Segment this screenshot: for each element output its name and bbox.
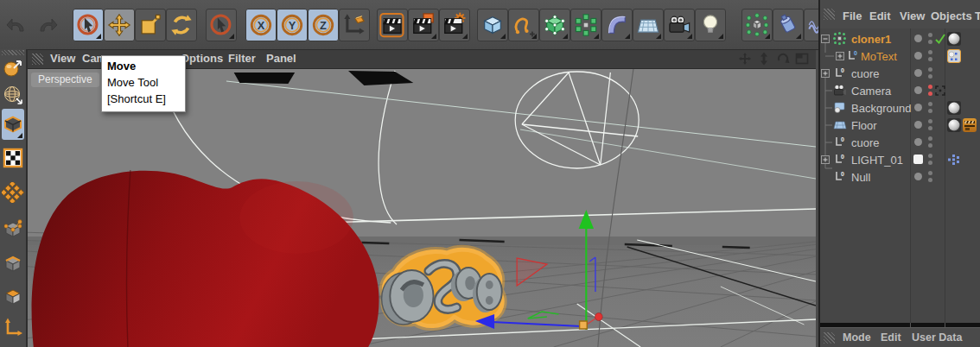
- red-heart-object[interactable]: [32, 170, 379, 347]
- object-label[interactable]: cuore: [851, 136, 880, 149]
- make-editable-button[interactable]: [2, 56, 24, 82]
- add-light-button[interactable]: [695, 9, 726, 41]
- pan-view-icon[interactable]: [738, 52, 752, 66]
- points-mode-button[interactable]: [2, 216, 24, 242]
- live-selection-button[interactable]: [73, 9, 104, 41]
- om-menu-file[interactable]: File: [843, 9, 862, 22]
- material-tag[interactable]: [947, 118, 961, 132]
- visibility-dot-top[interactable]: [928, 136, 932, 141]
- add-cube-button[interactable]: [477, 9, 508, 41]
- orbit-view-icon[interactable]: [776, 52, 790, 66]
- material-tag[interactable]: [947, 101, 961, 115]
- emitter-button[interactable]: [773, 9, 804, 41]
- viewport[interactable]: View Cameras Options Filter Panel Perspe…: [28, 49, 816, 347]
- gizmo-origin[interactable]: [580, 321, 588, 329]
- object-row-cuore2[interactable]: 0 cuore: [820, 134, 980, 151]
- om-menu-objects[interactable]: Objects: [931, 9, 972, 22]
- add-generator-button[interactable]: [539, 9, 570, 41]
- projection-label[interactable]: Perspective: [31, 73, 99, 87]
- texture-mode-button[interactable]: [2, 145, 24, 171]
- object-label[interactable]: Floor: [851, 119, 877, 132]
- edges-mode-button[interactable]: [2, 250, 24, 276]
- coordinate-globe-button[interactable]: [2, 81, 24, 107]
- object-row-light01[interactable]: 0 LIGHT_01: [820, 151, 980, 168]
- enabled-checkmark-icon[interactable]: [935, 34, 945, 44]
- object-label[interactable]: Camera: [851, 85, 891, 98]
- visibility-dot-top[interactable]: [928, 119, 932, 123]
- object-manager-grip[interactable]: [824, 9, 835, 20]
- add-spline-button[interactable]: [508, 9, 539, 41]
- redo-button[interactable]: [33, 10, 60, 40]
- coordinate-system-button[interactable]: [339, 9, 370, 41]
- scale-tool-button[interactable]: [135, 9, 166, 41]
- editor-visibility-dot[interactable]: [914, 121, 922, 129]
- visibility-dot-top[interactable]: [928, 85, 932, 89]
- workplane-mode-button[interactable]: [2, 180, 24, 205]
- visibility-dot-top[interactable]: [928, 154, 932, 158]
- sidebar-grip[interactable]: [2, 50, 24, 55]
- object-row-cuore[interactable]: 0 cuore: [820, 65, 980, 82]
- visibility-dot-bottom[interactable]: [928, 57, 932, 61]
- editor-visibility-dot[interactable]: [914, 173, 922, 180]
- visibility-dot-bottom[interactable]: [928, 178, 932, 182]
- am-menu-mode[interactable]: Mode: [843, 331, 871, 344]
- object-label[interactable]: cuore: [851, 67, 880, 80]
- vp-menu-options[interactable]: Options: [181, 52, 223, 65]
- add-floor-button[interactable]: [633, 9, 664, 41]
- om-menu-view[interactable]: View: [900, 9, 925, 22]
- editor-visibility-dot[interactable]: [914, 86, 922, 94]
- expand-expander-icon[interactable]: [836, 52, 844, 60]
- editor-visibility-dot[interactable]: [914, 35, 922, 42]
- object-label[interactable]: Background: [851, 102, 911, 115]
- object-row-floor[interactable]: Floor: [820, 117, 980, 134]
- editor-visibility-dot[interactable]: [914, 104, 922, 111]
- material-tag[interactable]: [947, 32, 961, 46]
- visibility-dot-bottom[interactable]: [928, 74, 932, 79]
- layer-color-swatch[interactable]: [913, 155, 923, 164]
- collapse-expander-icon[interactable]: [821, 35, 830, 43]
- render-settings-button[interactable]: [439, 9, 470, 41]
- undo-button[interactable]: [3, 10, 31, 40]
- dolly-view-icon[interactable]: [757, 52, 771, 66]
- editor-visibility-dot[interactable]: [914, 52, 922, 60]
- visibility-dot-bottom[interactable]: [928, 161, 932, 165]
- render-picture-viewer-button[interactable]: [408, 9, 439, 41]
- object-label[interactable]: cloner1: [851, 33, 891, 46]
- render-view-button[interactable]: [377, 9, 408, 41]
- add-deformer-button[interactable]: [601, 9, 633, 41]
- attribute-manager-grip[interactable]: [824, 332, 835, 344]
- am-menu-userdata[interactable]: User Data: [912, 331, 962, 344]
- visibility-dot-bottom[interactable]: [928, 91, 932, 96]
- expand-expander-icon[interactable]: [821, 69, 830, 78]
- object-label[interactable]: MoText: [861, 50, 897, 63]
- camera-target-icon[interactable]: [935, 85, 945, 96]
- lock-z-axis-button[interactable]: Z: [308, 9, 339, 41]
- visibility-dot-top[interactable]: [928, 171, 932, 175]
- object-row-camera[interactable]: Camera: [820, 82, 980, 99]
- visibility-dot-top[interactable]: [928, 50, 932, 54]
- om-menu-tags[interactable]: T: [975, 9, 980, 22]
- object-row-background[interactable]: Background: [820, 99, 980, 117]
- selection-tool-button[interactable]: [206, 9, 237, 41]
- editor-visibility-dot[interactable]: [914, 138, 922, 146]
- object-label[interactable]: Null: [851, 171, 870, 184]
- add-camera-button[interactable]: [664, 9, 695, 41]
- compositing-tag[interactable]: [963, 118, 977, 132]
- visibility-dot-bottom[interactable]: [928, 143, 932, 148]
- maximize-view-icon[interactable]: [795, 52, 809, 66]
- om-menu-edit[interactable]: Edit: [869, 9, 891, 22]
- expand-expander-icon[interactable]: [821, 155, 830, 164]
- visibility-dot-bottom[interactable]: [928, 109, 932, 113]
- visibility-dot-top[interactable]: [928, 33, 932, 37]
- visibility-dot-bottom[interactable]: [928, 40, 932, 44]
- model-mode-button[interactable]: [2, 109, 24, 140]
- viewport-menubar-grip[interactable]: [32, 54, 43, 65]
- lock-y-axis-button[interactable]: Y: [277, 9, 308, 41]
- object-label[interactable]: LIGHT_01: [851, 154, 903, 167]
- object-row-cloner1[interactable]: cloner1: [820, 30, 980, 47]
- visibility-dot-bottom[interactable]: [928, 126, 932, 130]
- polygons-mode-button[interactable]: [2, 283, 24, 309]
- motext-tag-selected[interactable]: [947, 49, 961, 63]
- rotate-tool-button[interactable]: [166, 9, 197, 41]
- expression-tag[interactable]: [947, 153, 961, 167]
